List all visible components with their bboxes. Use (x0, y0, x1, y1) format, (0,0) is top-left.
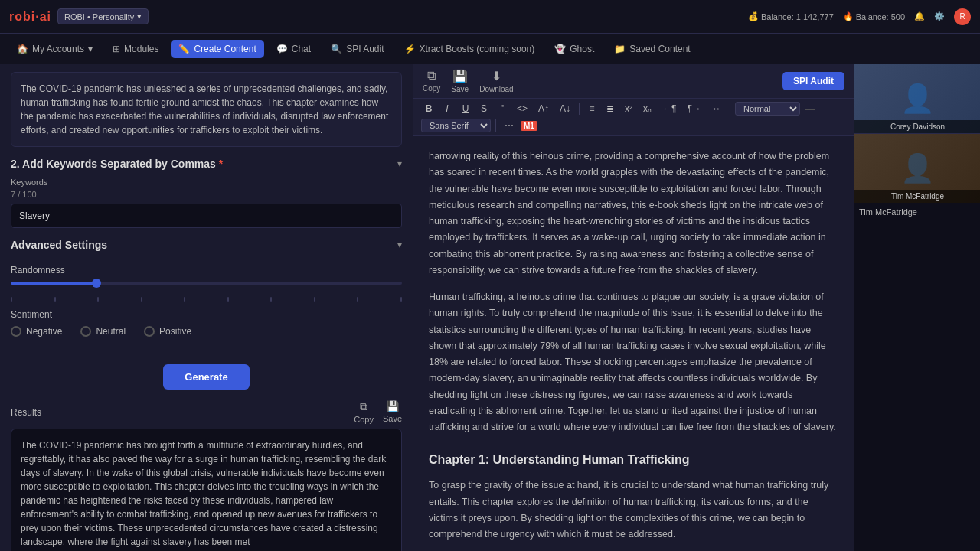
nav-saved-content[interactable]: 📁 Saved Content (606, 40, 697, 58)
keywords-section-header[interactable]: 2. Add Keywords Separated by Commas * ▾ (11, 158, 402, 170)
superscript-button[interactable]: x² (621, 102, 636, 116)
quote-button[interactable]: " (495, 102, 510, 116)
sentiment-negative-radio[interactable] (11, 326, 21, 337)
slider-dots (11, 297, 402, 302)
advanced-chevron-icon: ▾ (397, 240, 402, 250)
balance2: 🔥 Balance: 500 (843, 11, 905, 21)
randomness-slider[interactable] (11, 282, 402, 285)
sentiment-positive-label: Positive (159, 326, 191, 337)
nav-modules[interactable]: ⊞ Modules (105, 40, 166, 58)
font-size-down-button[interactable]: A↓ (556, 102, 574, 116)
advanced-inner: Randomness Sentiment Negative (11, 259, 402, 354)
italic-button[interactable]: I (439, 102, 455, 116)
nav-xtract[interactable]: ⚡ Xtract Boosts (coming soon) (397, 40, 543, 58)
create-icon: ✏️ (178, 44, 190, 54)
sentiment-neutral-label: Neutral (96, 326, 126, 337)
participant2-name: Tim McFatridge (854, 190, 980, 203)
user-avatar[interactable]: R (954, 8, 971, 25)
audit-icon: 🔍 (331, 44, 342, 54)
right-panel: 👤 Corey Davidson 👤 Tim McFatridge Tim Mc… (854, 64, 980, 551)
strikethrough-button[interactable]: S (476, 102, 492, 116)
sentiment-positive-radio[interactable] (144, 326, 155, 337)
editor-intro-para: harrowing reality of this heinous crime,… (429, 148, 838, 279)
sentiment-neutral-radio[interactable] (80, 326, 91, 337)
advanced-section-header[interactable]: Advanced Settings ▾ (11, 239, 402, 251)
chapter1-para: To grasp the gravity of the issue at han… (429, 478, 838, 543)
fmt-divider-2 (730, 103, 730, 115)
save-result-button[interactable]: 💾 Save (383, 400, 402, 424)
sentiment-neutral[interactable]: Neutral (80, 326, 126, 337)
sentiment-options: Negative Neutral Positive (11, 326, 402, 337)
justify-button[interactable]: ↔ (708, 102, 725, 116)
main-nav: 🏠 My Accounts ▾ ⊞ Modules ✏️ Create Cont… (0, 34, 980, 64)
save-icon: 💾 (452, 69, 468, 83)
logo: robi·ai (9, 10, 51, 24)
notifications-icon[interactable]: 🔔 (914, 11, 925, 21)
style-select[interactable]: Normal Heading 1 Heading 2 (735, 102, 800, 116)
copy-result-button[interactable]: ⧉ Copy (354, 400, 374, 424)
code-button[interactable]: <> (513, 102, 531, 116)
randomness-label: Randomness (11, 265, 402, 276)
editor-para1: Human trafficking, a heinous crime that … (429, 289, 838, 435)
keywords-chevron-icon: ▾ (397, 158, 402, 169)
font-size-up-button[interactable]: A↑ (534, 102, 553, 116)
spi-audit-button[interactable]: SPI Audit (782, 72, 844, 90)
save-result-icon: 💾 (386, 400, 399, 412)
sentiment-negative-label: Negative (26, 326, 62, 337)
top-nav: robi·ai ROBI • Personality ▾ 💰 Balance: … (0, 0, 980, 34)
fmt-divider-3 (495, 119, 496, 132)
video-participant-1: 👤 Corey Davidson (854, 64, 980, 133)
main-content: ⧉ Copy 💾 Save ⬇ Download SPI Audit B I U… (413, 64, 854, 551)
copy-icon: ⧉ (427, 69, 436, 83)
chapter1-heading: Chapter 1: Understanding Human Trafficki… (429, 449, 838, 470)
xtract-icon: ⚡ (404, 44, 416, 54)
saved-icon: 📁 (614, 44, 626, 54)
personality-select[interactable]: ROBI • Personality ▾ (57, 8, 149, 24)
ghost-icon: 👻 (554, 44, 566, 54)
nav-chat[interactable]: 💬 Chat (269, 40, 318, 58)
red-badge: M1 (521, 121, 537, 131)
indent-right-button[interactable]: ¶→ (684, 102, 705, 116)
keywords-count: 7 / 100 (11, 190, 402, 199)
home-icon: 🏠 (17, 44, 28, 54)
align-left-button[interactable]: ≡ (584, 102, 599, 116)
nav-spi-audit[interactable]: 🔍 SPI Audit (323, 40, 391, 58)
nav-create-content[interactable]: ✏️ Create Content (171, 40, 263, 58)
sentiment-negative[interactable]: Negative (11, 326, 62, 337)
results-bar: Results ⧉ Copy 💾 Save (11, 400, 402, 424)
download-button[interactable]: ⬇ Download (479, 69, 513, 93)
video-participant-2: 👤 Tim McFatridge (854, 134, 980, 203)
save-button[interactable]: 💾 Save (451, 69, 469, 93)
nav-ghost[interactable]: 👻 Ghost (547, 40, 602, 58)
sentiment-label: Sentiment (11, 309, 402, 320)
align-center-button[interactable]: ≣ (603, 102, 618, 116)
indent-left-button[interactable]: ←¶ (658, 102, 680, 116)
participant1-name: Corey Davidson (854, 120, 980, 133)
subscript-button[interactable]: xₙ (639, 102, 655, 116)
more-formats-button[interactable]: ⋯ (501, 119, 518, 132)
main-layout: The COVID-19 pandemic has unleashed a se… (0, 64, 980, 551)
fmt-divider-1 (579, 103, 580, 115)
editor-content[interactable]: harrowing reality of this heinous crime,… (413, 136, 854, 551)
intro-text-block: The COVID-19 pandemic has unleashed a se… (11, 72, 402, 147)
generate-button[interactable]: Generate (163, 364, 249, 390)
results-label: Results (11, 407, 41, 418)
sentiment-positive[interactable]: Positive (144, 326, 191, 337)
chat-icon: 💬 (276, 44, 288, 54)
left-panel: The COVID-19 pandemic has unleashed a se… (0, 64, 413, 551)
advanced-section: Advanced Settings ▾ Randomness Sentiment (11, 239, 402, 354)
balance1: 💰 Balance: 1,142,777 (748, 11, 834, 21)
underline-button[interactable]: U (458, 102, 473, 116)
copy-result-icon: ⧉ (360, 400, 368, 413)
editor-formatting-toolbar: B I U S " <> A↑ A↓ ≡ ≣ x² xₙ ←¶ ¶→ ↔ Nor… (413, 99, 854, 136)
nav-my-accounts[interactable]: 🏠 My Accounts ▾ (9, 40, 100, 58)
font-select[interactable]: Sans Serif Serif Monospace (421, 119, 491, 132)
copy-button[interactable]: ⧉ Copy (423, 69, 440, 93)
slider-thumb (92, 279, 101, 288)
settings-icon[interactable]: ⚙️ (934, 11, 945, 21)
modules-icon: ⊞ (113, 44, 120, 54)
download-icon: ⬇ (492, 69, 501, 83)
bold-button[interactable]: B (421, 102, 436, 116)
keywords-section-title: 2. Add Keywords Separated by Commas * (11, 158, 223, 170)
keywords-input[interactable] (11, 204, 402, 228)
